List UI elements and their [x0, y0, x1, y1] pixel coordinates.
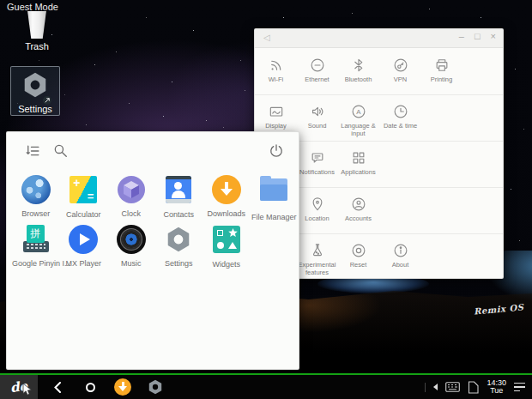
maximize-button[interactable]: □	[475, 31, 481, 41]
list-view-icon[interactable]	[25, 142, 42, 160]
shortcut-badge-icon	[43, 96, 51, 105]
gear-hexagon-icon	[147, 378, 164, 396]
gear-hexagon-icon	[164, 225, 193, 254]
search-icon[interactable]	[52, 142, 70, 160]
clock-day: Tue	[487, 387, 506, 396]
display-icon	[268, 103, 285, 120]
setting-vpn[interactable]: VPN	[380, 57, 420, 84]
setting-reset[interactable]: Reset	[338, 242, 378, 269]
taskbar: de	[0, 373, 532, 399]
desktop-icon-trash[interactable]: Trash	[12, 11, 62, 51]
ethernet-icon	[309, 57, 326, 74]
speaker-icon	[117, 225, 146, 254]
widgets-shapes-icon	[213, 226, 240, 253]
app-music[interactable]: Music	[107, 225, 155, 269]
app-row-2: 拼 Google Pinyin I... MX Player Music Set…	[12, 225, 251, 269]
menu-icon[interactable]	[514, 383, 525, 392]
pinyin-keyboard-icon: 拼	[21, 225, 51, 254]
browser-globe-icon	[21, 175, 51, 204]
setting-bluetooth[interactable]: Bluetooth	[338, 57, 378, 84]
bluetooth-icon	[350, 57, 367, 74]
app-mx-player[interactable]: MX Player	[60, 225, 108, 269]
minimize-button[interactable]: –	[459, 31, 464, 41]
app-widgets[interactable]: Widgets	[203, 225, 251, 269]
downloads-icon	[212, 175, 241, 204]
setting-accounts[interactable]: Accounts	[338, 196, 378, 223]
setting-printing[interactable]: Printing	[421, 57, 462, 84]
setting-sound[interactable]: Sound	[297, 103, 337, 130]
setting-experimental[interactable]: Experimental features	[297, 242, 337, 276]
app-contacts[interactable]: Contacts	[155, 175, 203, 221]
app-google-pinyin[interactable]: 拼 Google Pinyin I...	[12, 225, 60, 269]
home-button[interactable]	[74, 383, 106, 392]
task-settings[interactable]	[139, 378, 172, 396]
close-button[interactable]: ×	[491, 31, 496, 41]
svg-text:A: A	[356, 108, 361, 116]
stars	[0, 0, 1, 1]
keyboard-icon[interactable]	[445, 382, 460, 392]
contacts-icon	[166, 176, 191, 203]
settings-desktop-label: Settings	[11, 104, 59, 114]
flask-icon	[309, 242, 326, 259]
notification-file-icon[interactable]	[468, 381, 479, 394]
clock-cube-icon	[117, 175, 146, 204]
language-icon: A	[350, 103, 367, 120]
vpn-key-icon	[392, 57, 409, 74]
setting-location[interactable]: Location	[297, 196, 337, 223]
desktop-icon-settings[interactable]: Settings	[10, 66, 60, 116]
app-downloads[interactable]: Downloads	[203, 175, 251, 221]
tray-expand-icon[interactable]	[433, 384, 438, 390]
about-info-icon	[392, 242, 409, 259]
remix-start-button[interactable]: de	[0, 375, 38, 399]
divider	[255, 94, 503, 95]
calculator-icon: +=	[70, 176, 97, 203]
power-icon[interactable]	[268, 142, 285, 160]
accounts-person-icon	[350, 196, 367, 213]
clock-icon	[392, 103, 409, 120]
back-button[interactable]: ◁	[263, 33, 270, 42]
remix-logo: de	[9, 378, 28, 396]
app-launcher-window: Browser += Calculator Clock Contacts	[6, 131, 299, 370]
setting-about[interactable]: About	[380, 242, 420, 269]
setting-ethernet[interactable]: Ethernet	[297, 57, 337, 84]
applications-grid-icon	[350, 149, 367, 166]
setting-wifi[interactable]: Wi-Fi	[256, 57, 296, 84]
tray-divider	[425, 383, 426, 392]
app-clock[interactable]: Clock	[107, 175, 155, 221]
folder-icon	[260, 178, 287, 201]
downloads-icon	[114, 378, 131, 396]
setting-language[interactable]: A Language & input	[338, 103, 378, 137]
setting-datetime[interactable]: Date & time	[380, 103, 420, 130]
app-row-1: Browser += Calculator Clock Contacts	[12, 175, 298, 221]
setting-applications[interactable]: Applications	[338, 149, 378, 177]
taskbar-clock[interactable]: 14:30 Tue	[487, 379, 506, 396]
home-circle-icon	[86, 383, 95, 392]
app-calculator[interactable]: += Calculator	[60, 175, 108, 221]
reset-icon	[350, 242, 367, 259]
launcher-header	[7, 132, 299, 170]
app-settings[interactable]: Settings	[155, 225, 203, 269]
trash-label: Trash	[12, 41, 62, 51]
play-icon	[69, 225, 98, 254]
task-downloads[interactable]	[106, 378, 139, 396]
screen: Remix OS Guest Mode Trash Settings ◁ – □…	[0, 0, 532, 399]
wifi-icon	[268, 57, 285, 74]
gear-hexagon-icon	[21, 70, 50, 100]
back-chevron-icon	[54, 382, 61, 393]
notifications-icon	[309, 149, 326, 166]
sound-icon	[309, 103, 326, 120]
trash-icon	[26, 11, 48, 39]
app-file-manager[interactable]: File Manager	[251, 175, 299, 221]
back-nav-button[interactable]	[41, 382, 74, 393]
printer-icon	[433, 57, 450, 74]
setting-display[interactable]: Display	[256, 103, 296, 130]
app-browser[interactable]: Browser	[12, 175, 60, 221]
setting-notifications[interactable]: Notifications	[297, 149, 337, 177]
settings-titlebar[interactable]: ◁ – □ ×	[255, 29, 503, 48]
location-pin-icon	[309, 196, 326, 213]
